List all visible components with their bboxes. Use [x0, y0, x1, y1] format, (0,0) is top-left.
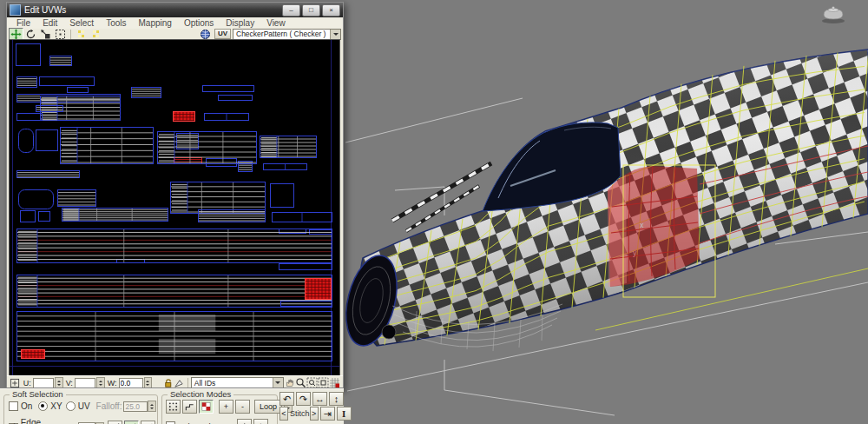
material-ids-dropdown[interactable]: All IDs: [191, 377, 284, 388]
rotate-icon: [25, 29, 36, 40]
planar-angle-button[interactable]: [237, 419, 252, 424]
menu-item-file[interactable]: File: [10, 18, 36, 28]
shrink-selection-button[interactable]: -: [235, 400, 250, 414]
rotate-tool-button[interactable]: [23, 28, 38, 40]
menu-item-select[interactable]: Select: [63, 18, 100, 28]
uv-space-button[interactable]: UV: [214, 29, 231, 39]
mirror-horizontal-button[interactable]: [74, 28, 89, 40]
rotate-cw-button[interactable]: ↷: [296, 392, 311, 406]
move-icon: [10, 29, 22, 40]
uv-status-bar: U: V: W: All IDs: [7, 375, 343, 389]
falloff-input[interactable]: [123, 401, 148, 412]
uv-islands: [16, 44, 332, 361]
edge-distance-label: Edge Distance: [21, 418, 76, 424]
selection-modes-group: Selection Modes + - Loop: [161, 394, 278, 424]
soft-selection-on-label: On: [21, 401, 32, 411]
v-input[interactable]: [75, 378, 95, 388]
menu-item-tools[interactable]: Tools: [100, 18, 132, 28]
falloff-curve-smooth-button[interactable]: [108, 421, 122, 424]
zoom-to-gizmo-button[interactable]: [329, 377, 340, 388]
v-spinner[interactable]: [96, 377, 105, 388]
align-i-beam-button[interactable]: I: [337, 407, 352, 421]
edge-mode-icon: [184, 401, 195, 412]
texture-pattern-dropdown[interactable]: CheckerPattern ( Checker ): [233, 29, 341, 40]
mirror-vertical-button[interactable]: [89, 28, 103, 40]
cone-filter-icon: [174, 378, 184, 388]
falloff-spinner[interactable]: [148, 401, 156, 412]
scale-icon: [40, 29, 51, 40]
pan-button[interactable]: [284, 377, 295, 388]
soft-selection-group: Soft Selection On XY UV Falloff: Edge Di…: [3, 394, 158, 424]
show-map-button[interactable]: [198, 28, 213, 40]
close-button[interactable]: ×: [322, 4, 340, 17]
menu-item-edit[interactable]: Edit: [36, 18, 63, 28]
filter-selected-faces-button[interactable]: [174, 377, 185, 388]
u-input[interactable]: [33, 378, 54, 388]
uv-label: UV: [78, 401, 90, 411]
w-spinner[interactable]: [144, 377, 153, 388]
stitch-prev-button[interactable]: <: [279, 407, 288, 421]
u-spinner[interactable]: [55, 377, 63, 388]
screen: { "titlebar": { "title": "Edit UVWs", "m…: [0, 0, 868, 424]
uvw-options-panel: Soft Selection On XY UV Falloff: Edge Di…: [0, 388, 344, 424]
stitch-next-button[interactable]: >: [310, 407, 319, 421]
edge-mode-button[interactable]: [182, 400, 197, 414]
material-ids-value: All IDs: [194, 379, 216, 388]
absolute-mode-icon: [10, 378, 20, 388]
uv-radio[interactable]: [66, 401, 76, 411]
ids-dropdown-arrow-icon: [273, 378, 283, 388]
zoom-extents-icon: [318, 377, 329, 388]
soft-selection-on-checkbox[interactable]: [9, 401, 18, 411]
zoom-region-button[interactable]: [306, 377, 318, 388]
v-label: V:: [66, 379, 73, 388]
loop-button[interactable]: Loop: [254, 400, 282, 414]
selection-modes-title: Selection Modes: [168, 389, 233, 399]
mirror-horizontal-icon: [76, 29, 87, 40]
gizmo-y-label: y: [633, 248, 637, 257]
zoom-extents-button[interactable]: [318, 377, 329, 388]
nose-intake-hole: [382, 325, 396, 339]
zoom-button[interactable]: [295, 377, 306, 388]
grid-selection-icon: [329, 377, 340, 388]
menu-item-mapping[interactable]: Mapping: [133, 18, 178, 28]
align-to-edge-button[interactable]: ⇥: [320, 407, 335, 421]
gizmo-x-label: x: [640, 221, 644, 229]
move-tool-button[interactable]: [9, 28, 23, 40]
grow-selection-button[interactable]: +: [219, 400, 233, 414]
window-title: Edit UVWs: [24, 5, 66, 15]
lock-selection-button[interactable]: [162, 377, 174, 388]
zoom-region-icon: [306, 377, 318, 388]
globe-map-icon: [200, 29, 211, 40]
toolbar: UV CheckerPattern ( Checker ): [7, 29, 343, 39]
pan-hand-icon: [284, 377, 295, 388]
menu-item-display[interactable]: Display: [220, 18, 260, 28]
xy-radio[interactable]: [38, 401, 48, 411]
rotate-ccw-button[interactable]: ↶: [279, 392, 294, 406]
falloff-curve-linear-button[interactable]: [124, 421, 139, 424]
select-element-checkbox[interactable]: [166, 421, 175, 424]
face-mode-icon: [201, 401, 212, 412]
window-icon: [10, 4, 21, 16]
uv-editor-canvas[interactable]: [9, 39, 340, 376]
freeform-mode-button[interactable]: [53, 28, 68, 40]
align-horizontal-button[interactable]: ↔: [312, 392, 327, 406]
edit-uvws-window: Edit UVWs – □ × FileEditSelectToolsMappi…: [6, 2, 344, 389]
menu-item-options[interactable]: Options: [178, 18, 220, 28]
menu-item-view[interactable]: View: [260, 18, 292, 28]
align-vertical-button[interactable]: ↕: [329, 392, 344, 406]
vertex-mode-button[interactable]: [166, 400, 181, 414]
planar-angle-plus-button[interactable]: +: [253, 419, 268, 424]
maximize-button[interactable]: □: [302, 4, 320, 17]
scale-tool-button[interactable]: [38, 28, 53, 40]
minimize-button[interactable]: –: [282, 4, 300, 17]
vertex-mode-icon: [168, 401, 179, 412]
freeform-icon: [55, 29, 66, 40]
face-mode-button[interactable]: [199, 400, 214, 414]
window-titlebar[interactable]: Edit UVWs – □ ×: [7, 3, 343, 17]
select-element-label: Select Element: [178, 421, 233, 424]
falloff-curve-fast-button[interactable]: [141, 421, 155, 424]
soft-selection-title: Soft Selection: [10, 389, 66, 399]
mirror-vertical-icon: [90, 29, 102, 40]
w-input[interactable]: [119, 378, 143, 388]
absolute-mode-button[interactable]: [10, 377, 21, 388]
